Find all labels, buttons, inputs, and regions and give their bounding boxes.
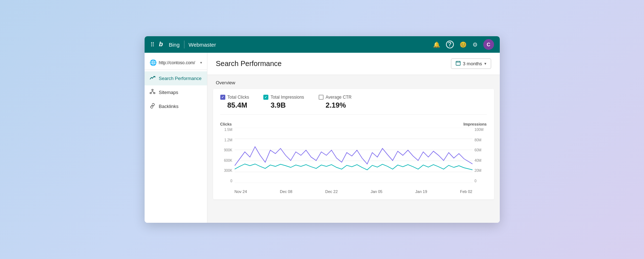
metric-impressions-label: Total Impressions — [271, 95, 304, 100]
nav-label-search-performance: Search Performance — [159, 76, 202, 81]
svg-rect-3 — [154, 93, 155, 94]
bing-logo: b — [159, 40, 167, 50]
globe-icon: 🌐 — [150, 59, 157, 66]
check-icon-teal: ✓ — [264, 95, 267, 99]
check-icon: ✓ — [221, 95, 224, 99]
x-label-0: Nov 24 — [235, 189, 247, 194]
content-header: Search Performance 3 months ▾ — [207, 53, 500, 75]
svg-rect-1 — [152, 89, 153, 90]
y-tick-right-4: 20M — [475, 169, 481, 173]
svg-line-5 — [151, 91, 152, 93]
main-body: 🌐 http://contoso.com/ ▾ Search Performan… — [145, 53, 500, 223]
user-avatar[interactable]: C — [483, 39, 494, 50]
bing-text: Bing — [169, 42, 180, 48]
y-tick-left-4: 300K — [224, 169, 232, 173]
topbar: ⠿ b Bing Webmaster 🔔 ? 😊 ⚙ C — [145, 36, 500, 53]
calendar-icon — [456, 61, 461, 67]
x-label-3: Jan 05 — [371, 189, 382, 194]
chart-area: Clicks Impressions 1.5M 1.2M 900K 600K 3… — [220, 122, 487, 194]
y-tick-right-2: 60M — [475, 148, 481, 152]
y-tick-left-0: 1.5M — [224, 128, 232, 132]
chevron-down-icon: ▾ — [200, 61, 202, 65]
help-icon[interactable]: ? — [446, 41, 454, 48]
svg-text:b: b — [159, 41, 163, 48]
chart-x-labels: Nov 24 Dec 08 Dec 22 Jan 05 Jan 19 Feb 0… — [235, 189, 473, 194]
y-tick-right-0: 100M — [475, 128, 484, 132]
metric-impressions-value: 3.9B — [263, 101, 304, 109]
metric-impressions-label-row: ✓ Total Impressions — [263, 95, 304, 100]
x-label-5: Feb 02 — [460, 189, 472, 194]
metric-impressions-checkbox[interactable]: ✓ — [263, 95, 268, 100]
y-tick-right-5: 0 — [475, 179, 477, 183]
y-tick-left-2: 900K — [224, 148, 232, 152]
sidebar-item-sitemaps[interactable]: Sitemaps — [145, 85, 207, 99]
metric-total-clicks: ✓ Total Clicks 85.4M — [220, 95, 249, 109]
metric-ctr-checkbox[interactable] — [319, 95, 324, 100]
metric-clicks-label-row: ✓ Total Clicks — [220, 95, 249, 100]
topbar-logo: b Bing — [159, 40, 180, 50]
page-title: Search Performance — [216, 60, 282, 68]
nav-label-sitemaps: Sitemaps — [159, 90, 178, 95]
date-range-label: 3 months — [463, 61, 482, 66]
nav-label-backlinks: Backlinks — [159, 104, 179, 109]
chart-svg — [235, 128, 473, 183]
metric-ctr-value: 2.19% — [319, 101, 352, 109]
topbar-icons: 🔔 ? 😊 ⚙ C — [433, 39, 494, 50]
bell-icon[interactable]: 🔔 — [433, 41, 440, 48]
svg-rect-7 — [456, 61, 460, 65]
y-tick-left-5: 0 — [230, 179, 232, 183]
sidebar-item-backlinks[interactable]: Backlinks — [145, 99, 207, 113]
y-axis-right-ticks: 100M 80M 60M 40M 20M 0 — [473, 128, 487, 183]
settings-icon[interactable]: ⚙ — [473, 41, 478, 48]
section-overview-label: Overview — [207, 75, 500, 89]
sidebar-item-search-performance[interactable]: Search Performance — [145, 71, 207, 85]
content-area: Search Performance 3 months ▾ Ove — [207, 53, 500, 223]
y-tick-left-3: 600K — [224, 159, 232, 163]
metric-clicks-label: Total Clicks — [227, 95, 249, 100]
site-selector[interactable]: 🌐 http://contoso.com/ ▾ — [145, 56, 207, 70]
sidebar: 🌐 http://contoso.com/ ▾ Search Performan… — [145, 53, 207, 223]
clicks-line — [235, 147, 473, 166]
metric-ctr-label: Average CTR — [326, 95, 352, 100]
y-axis-left-label: Clicks — [220, 122, 232, 126]
topbar-app-title: Webmaster — [189, 42, 216, 48]
grid-icon[interactable]: ⠿ — [150, 41, 155, 48]
y-tick-right-1: 80M — [475, 138, 481, 142]
x-label-1: Dec 08 — [280, 189, 292, 194]
y-tick-left-1: 1.2M — [224, 138, 232, 142]
topbar-divider — [184, 41, 184, 48]
feedback-icon[interactable]: 😊 — [460, 41, 467, 48]
date-range-button[interactable]: 3 months ▾ — [451, 58, 491, 69]
site-url: http://contoso.com/ — [159, 60, 198, 65]
y-axis-right-label: Impressions — [464, 122, 487, 126]
svg-rect-2 — [150, 93, 151, 94]
svg-line-6 — [152, 91, 154, 93]
y-axis-left-ticks: 1.5M 1.2M 900K 600K 300K 0 — [220, 128, 234, 183]
metrics-row: ✓ Total Clicks 85.4M ✓ Total Impression — [220, 95, 487, 115]
backlinks-icon — [150, 103, 155, 110]
trending-icon — [150, 75, 155, 82]
metric-total-impressions: ✓ Total Impressions 3.9B — [263, 95, 304, 109]
sitemaps-icon — [150, 89, 155, 96]
metric-ctr-label-row: Average CTR — [319, 95, 352, 100]
x-label-2: Dec 22 — [325, 189, 338, 194]
metric-clicks-checkbox[interactable]: ✓ — [220, 95, 225, 100]
chart-card: ✓ Total Clicks 85.4M ✓ Total Impression — [213, 89, 494, 199]
date-range-chevron: ▾ — [484, 61, 486, 66]
metric-average-ctr: Average CTR 2.19% — [319, 95, 352, 109]
chart-svg-wrapper — [235, 128, 473, 183]
x-label-4: Jan 19 — [415, 189, 427, 194]
main-window: ⠿ b Bing Webmaster 🔔 ? 😊 ⚙ C 🌐 http — [145, 36, 500, 223]
metric-clicks-value: 85.4M — [220, 101, 249, 109]
impressions-line — [235, 164, 473, 170]
y-tick-right-3: 40M — [475, 159, 481, 163]
